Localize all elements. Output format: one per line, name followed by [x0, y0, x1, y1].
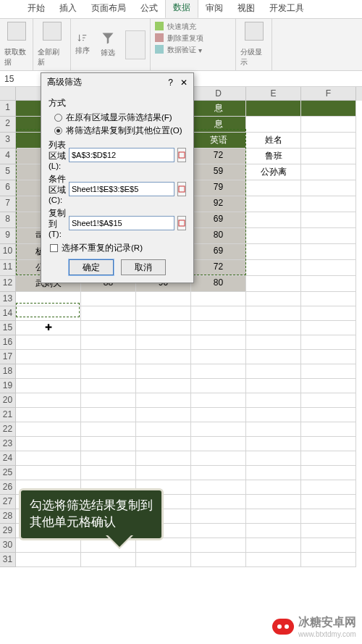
cell[interactable] — [301, 260, 356, 276]
cell[interactable] — [81, 422, 136, 437]
row-header[interactable]: 23 — [0, 437, 16, 451]
cell[interactable] — [81, 350, 136, 364]
group-get-data[interactable]: 获取数据 — [0, 19, 33, 70]
cell[interactable] — [301, 437, 356, 451]
cell[interactable] — [301, 306, 356, 321]
cell[interactable] — [301, 379, 356, 393]
cell[interactable] — [16, 350, 81, 364]
cell[interactable] — [246, 553, 301, 567]
cell[interactable] — [16, 393, 81, 408]
cell[interactable] — [191, 335, 246, 350]
cell[interactable] — [246, 335, 301, 350]
row-header[interactable]: 28 — [0, 509, 16, 524]
cell[interactable] — [16, 292, 81, 306]
cell[interactable] — [246, 451, 301, 466]
cell[interactable] — [81, 393, 136, 408]
cell[interactable] — [191, 509, 246, 524]
cell[interactable]: 英语 — [191, 133, 246, 149]
cell[interactable] — [246, 364, 301, 379]
cell[interactable] — [246, 524, 301, 538]
cell[interactable] — [136, 466, 191, 480]
cell[interactable] — [301, 117, 356, 133]
cell[interactable] — [191, 364, 246, 379]
cell[interactable] — [136, 335, 191, 350]
cell[interactable]: 79 — [191, 180, 246, 196]
cell[interactable] — [191, 321, 246, 335]
row-header[interactable]: 27 — [0, 495, 16, 509]
row-header[interactable]: 18 — [0, 364, 16, 379]
row-header[interactable]: 2 — [0, 117, 16, 133]
tab-insert[interactable]: 插入 — [52, 0, 84, 18]
cell[interactable] — [301, 364, 356, 379]
row-header[interactable]: 12 — [0, 276, 16, 292]
cell[interactable] — [136, 393, 191, 408]
cell[interactable] — [191, 553, 246, 567]
cell[interactable] — [136, 306, 191, 321]
row-header[interactable]: 19 — [0, 379, 16, 393]
criteria-range-input[interactable] — [69, 182, 174, 196]
row-header[interactable]: 24 — [0, 451, 16, 466]
row-header[interactable]: 7 — [0, 196, 16, 212]
cell[interactable] — [16, 379, 81, 393]
row-header[interactable]: 21 — [0, 408, 16, 422]
cell[interactable] — [246, 466, 301, 480]
cell[interactable] — [191, 379, 246, 393]
row-header[interactable]: 15 — [0, 321, 16, 335]
cell[interactable] — [246, 495, 301, 509]
cell[interactable] — [246, 422, 301, 437]
cell[interactable] — [301, 244, 356, 260]
cell[interactable] — [301, 350, 356, 364]
cell[interactable] — [301, 509, 356, 524]
cell[interactable] — [301, 335, 356, 350]
cell[interactable]: 80 — [191, 228, 246, 244]
tab-view[interactable]: 视图 — [230, 0, 262, 18]
row-header[interactable]: 13 — [0, 292, 16, 306]
cell[interactable] — [16, 408, 81, 422]
advanced-filter-button[interactable] — [125, 30, 146, 59]
tab-data[interactable]: 数据 — [165, 0, 198, 18]
cell[interactable] — [191, 292, 246, 306]
cell[interactable] — [246, 480, 301, 495]
cell[interactable]: 姓名 — [246, 133, 301, 149]
row-header[interactable]: 10 — [0, 244, 16, 260]
row-header[interactable]: 17 — [0, 350, 16, 364]
cell[interactable] — [136, 422, 191, 437]
cell[interactable] — [191, 480, 246, 495]
cell[interactable] — [246, 101, 301, 117]
cell[interactable] — [301, 451, 356, 466]
cell[interactable] — [246, 408, 301, 422]
cell[interactable]: 72 — [191, 149, 246, 164]
cell[interactable] — [246, 350, 301, 364]
cell[interactable] — [191, 451, 246, 466]
cell[interactable] — [246, 276, 301, 292]
cell[interactable] — [136, 350, 191, 364]
cell[interactable] — [16, 306, 81, 321]
cell[interactable] — [16, 364, 81, 379]
row-header[interactable]: 11 — [0, 260, 16, 276]
row-header[interactable]: 1 — [0, 101, 16, 117]
cell[interactable] — [81, 451, 136, 466]
cell[interactable] — [301, 292, 356, 306]
row-header[interactable]: 5 — [0, 164, 16, 180]
group-outline[interactable]: 分级显示 — [236, 19, 272, 70]
cell[interactable] — [246, 180, 301, 196]
cell[interactable] — [301, 553, 356, 567]
cell[interactable] — [191, 538, 246, 553]
tab-home[interactable]: 开始 — [20, 0, 52, 18]
cell[interactable] — [136, 379, 191, 393]
row-header[interactable]: 4 — [0, 149, 16, 164]
cell[interactable] — [246, 117, 301, 133]
cell[interactable] — [246, 306, 301, 321]
cell[interactable] — [246, 228, 301, 244]
cell[interactable]: 69 — [191, 244, 246, 260]
cell[interactable] — [246, 379, 301, 393]
cell[interactable] — [246, 509, 301, 524]
cell[interactable] — [301, 538, 356, 553]
close-icon[interactable]: ✕ — [180, 78, 188, 88]
cell[interactable] — [16, 437, 81, 451]
cell[interactable] — [301, 228, 356, 244]
cell[interactable]: 69 — [191, 212, 246, 228]
list-range-input[interactable] — [69, 148, 174, 162]
cell[interactable] — [301, 133, 356, 149]
cell[interactable] — [81, 408, 136, 422]
